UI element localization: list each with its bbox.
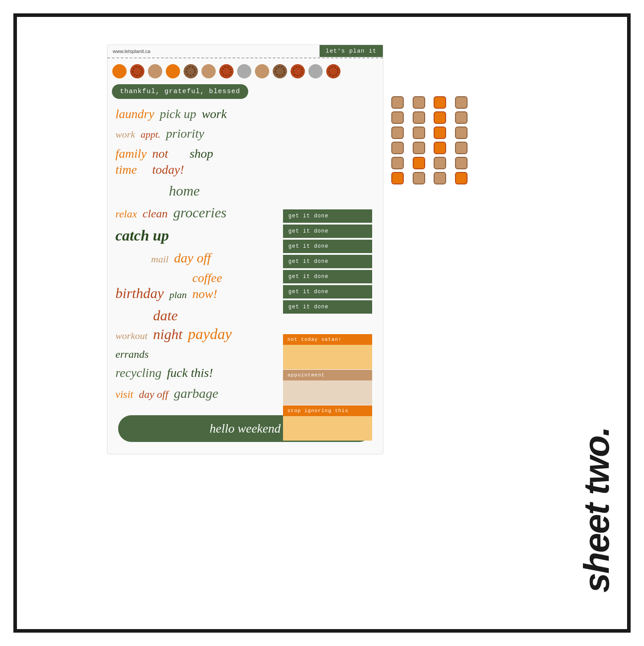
word-coffee-now: coffeenow! <box>192 270 222 303</box>
word-row-3: familytime nottoday! shop <box>114 145 377 179</box>
word-dayoff1: day off <box>174 249 211 266</box>
svg-point-10 <box>237 64 251 78</box>
word-date-night: datenight <box>153 307 183 343</box>
circle-9 <box>254 64 270 79</box>
get-it-done-4: get it done <box>283 255 372 268</box>
checkbox-panel <box>388 93 477 192</box>
word-errands: errands <box>115 348 149 361</box>
cb-4-2 <box>413 142 425 154</box>
circle-3 <box>148 64 163 79</box>
get-it-done-7: get it done <box>283 300 372 314</box>
circle-12 <box>308 64 323 79</box>
word-shop: shop <box>189 146 213 162</box>
word-family-time: familytime <box>115 146 147 178</box>
cb-3-2 <box>413 127 425 139</box>
sheet-url: www.letsplanit.ca <box>113 49 150 54</box>
svg-point-11 <box>255 64 269 78</box>
sheet-two-label: sheet two. <box>576 427 617 593</box>
word-visit: visit <box>115 388 133 401</box>
get-it-done-3: get it done <box>283 240 372 253</box>
get-it-done-panel: get it done get it done get it done get … <box>283 209 372 315</box>
cb-7-2 <box>434 172 446 184</box>
appointment-body <box>283 380 372 405</box>
svg-point-16 <box>308 64 323 78</box>
cb-3-3 <box>434 127 446 139</box>
cb-5-3 <box>413 157 425 169</box>
word-row-1: laundry pick up work <box>114 105 377 123</box>
cb-7-3 <box>455 172 468 184</box>
thankful-banner-text: thankful, grateful, blessed <box>112 84 248 99</box>
svg-point-3 <box>148 64 162 78</box>
stop-ignoring-panel: stop ignoring this <box>283 405 372 441</box>
appointment-header: appointment <box>283 370 372 380</box>
circle-2 <box>130 64 145 79</box>
word-clean: clean <box>143 206 168 221</box>
cb-3-1 <box>391 127 404 139</box>
word-workout: workout <box>115 330 148 343</box>
word-row-2: work appt. priority <box>114 125 377 143</box>
word-work1: work <box>202 106 227 122</box>
word-pickup: pick up <box>160 106 197 122</box>
get-it-done-1: get it done <box>283 209 372 223</box>
word-plan: plan <box>169 289 187 302</box>
word-garbage: garbage <box>174 384 218 402</box>
circle-6 <box>201 64 216 79</box>
cb-7-1 <box>413 172 425 184</box>
word-work2: work <box>115 128 135 141</box>
cb-1-4 <box>455 96 468 109</box>
not-today-panel: not today satan! <box>283 334 372 369</box>
word-not-today: nottoday! <box>152 146 184 178</box>
word-relax: relax <box>115 207 137 221</box>
word-home: home <box>169 182 200 200</box>
circle-11 <box>290 64 305 79</box>
word-groceries: groceries <box>173 204 227 222</box>
word-payday: payday <box>188 324 232 344</box>
cb-4-1 <box>391 142 404 154</box>
cb-6-1 <box>434 157 446 169</box>
cb-1-2 <box>413 96 425 109</box>
word-dayoff2: day off <box>139 388 168 401</box>
circle-5 <box>183 64 198 79</box>
sheet-header: www.letsplanit.ca let's plan it <box>107 45 383 58</box>
word-laundry: laundry <box>115 106 154 122</box>
sheet-brand: let's plan it <box>320 45 383 57</box>
cb-2-2 <box>413 111 425 124</box>
circle-7 <box>219 64 234 79</box>
get-it-done-5: get it done <box>283 270 372 283</box>
cb-5-2 <box>391 157 404 169</box>
word-appt: appt. <box>140 128 160 141</box>
word-fuck-this: fuck this! <box>167 365 213 381</box>
word-mail: mail <box>151 253 168 266</box>
svg-point-4 <box>166 64 180 78</box>
cb-6-3 <box>391 172 404 184</box>
not-today-header: not today satan! <box>283 334 372 345</box>
cb-4-3 <box>434 142 446 154</box>
circle-13 <box>326 64 341 79</box>
not-today-body <box>283 345 372 369</box>
cb-3-4 <box>455 127 468 139</box>
cb-2-3 <box>434 111 446 124</box>
word-recycling: recycling <box>115 365 161 381</box>
cb-1-3 <box>434 96 446 109</box>
circles-row <box>107 58 383 82</box>
stop-ignoring-header: stop ignoring this <box>283 405 372 416</box>
appointment-panel: appointment <box>283 370 372 405</box>
word-row-4: home <box>114 181 377 201</box>
cb-2-4 <box>455 111 468 124</box>
svg-point-0 <box>112 64 127 78</box>
cb-2-1 <box>391 111 404 124</box>
word-birthday: birthday <box>115 284 164 303</box>
get-it-done-2: get it done <box>283 225 372 238</box>
checkbox-grid <box>388 93 477 188</box>
svg-point-7 <box>201 64 216 78</box>
word-catchup: catch up <box>115 226 169 245</box>
word-priority: priority <box>166 126 205 142</box>
thankful-banner: thankful, grateful, blessed <box>107 82 383 101</box>
circle-1 <box>112 64 127 79</box>
stop-ignoring-body <box>283 416 372 441</box>
circle-10 <box>272 64 287 79</box>
cb-5-1 <box>455 142 468 154</box>
circle-4 <box>165 64 180 79</box>
get-it-done-6: get it done <box>283 285 372 298</box>
circle-8 <box>237 64 252 79</box>
